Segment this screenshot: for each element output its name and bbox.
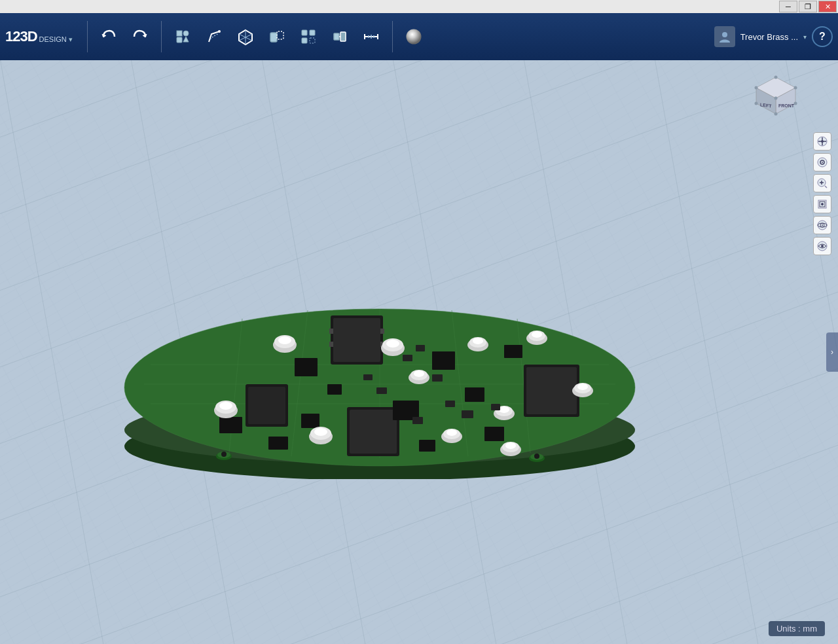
svg-point-140 xyxy=(822,224,823,226)
svg-point-95 xyxy=(505,442,516,449)
svg-point-86 xyxy=(577,384,588,390)
svg-point-107 xyxy=(221,452,227,457)
pcb-model[interactable] xyxy=(105,243,668,479)
pan-button[interactable] xyxy=(813,132,831,151)
svg-rect-62 xyxy=(268,437,288,450)
user-area: Trevor Brass ... ▾ ? xyxy=(714,26,833,47)
divider-2 xyxy=(161,21,162,52)
title-bar: ─ ❐ ✕ xyxy=(0,0,838,13)
svg-rect-15 xyxy=(334,33,339,40)
app-logo[interactable]: 123D DESIGN ▾ xyxy=(5,28,73,45)
minimize-button[interactable]: ─ xyxy=(779,1,797,12)
visible-toggle[interactable] xyxy=(813,237,831,255)
user-name-label: Trevor Brass ... xyxy=(740,32,798,42)
modify-button[interactable] xyxy=(263,20,291,54)
viewport[interactable]: LEFT FRONT xyxy=(0,60,838,644)
svg-point-119 xyxy=(774,97,778,100)
svg-text:FRONT: FRONT xyxy=(778,103,795,108)
nav-controls xyxy=(813,132,831,255)
svg-rect-41 xyxy=(333,318,380,362)
svg-point-126 xyxy=(821,140,824,143)
svg-rect-16 xyxy=(340,32,346,41)
user-avatar xyxy=(714,26,735,47)
undo-button[interactable] xyxy=(94,20,123,54)
svg-point-89 xyxy=(499,406,509,413)
svg-rect-47 xyxy=(350,410,397,454)
svg-text:LEFT: LEFT xyxy=(760,102,772,109)
close-button[interactable]: ✕ xyxy=(818,1,837,12)
construct-button[interactable] xyxy=(231,20,260,54)
svg-rect-97 xyxy=(416,345,425,351)
orbit-button[interactable] xyxy=(813,153,831,171)
svg-rect-13 xyxy=(302,38,307,43)
svg-point-83 xyxy=(532,331,542,338)
svg-rect-104 xyxy=(376,387,387,394)
logo-dropdown-arrow[interactable]: ▾ xyxy=(69,35,73,44)
perspective-button[interactable] xyxy=(813,216,831,234)
view-cube[interactable]: LEFT FRONT xyxy=(750,67,802,119)
svg-point-110 xyxy=(534,454,539,459)
svg-rect-44 xyxy=(380,329,384,334)
toolbar: 123D DESIGN ▾ xyxy=(0,13,838,60)
svg-rect-103 xyxy=(363,374,373,380)
svg-rect-9 xyxy=(270,33,277,42)
svg-rect-42 xyxy=(329,329,333,334)
user-dropdown-arrow[interactable]: ▾ xyxy=(803,33,807,41)
svg-point-129 xyxy=(822,162,823,163)
svg-rect-99 xyxy=(445,401,455,407)
svg-rect-56 xyxy=(301,414,319,428)
pattern-button[interactable] xyxy=(294,20,323,54)
redo-button[interactable] xyxy=(126,20,155,54)
svg-rect-57 xyxy=(484,427,504,441)
material-button[interactable] xyxy=(399,20,428,54)
svg-rect-0 xyxy=(177,31,182,36)
svg-line-133 xyxy=(825,186,827,188)
svg-point-80 xyxy=(473,338,483,344)
svg-rect-55 xyxy=(465,387,484,402)
group-button[interactable] xyxy=(325,20,354,54)
svg-point-122 xyxy=(794,102,797,105)
svg-point-136 xyxy=(821,203,824,206)
right-panel-handle[interactable]: › xyxy=(826,332,838,372)
svg-point-118 xyxy=(794,86,797,90)
svg-rect-49 xyxy=(526,367,577,414)
svg-point-92 xyxy=(446,429,457,436)
svg-rect-102 xyxy=(412,417,423,424)
fit-button[interactable] xyxy=(813,195,831,213)
svg-rect-96 xyxy=(403,355,412,361)
sketch-button[interactable] xyxy=(200,20,228,54)
svg-marker-3 xyxy=(183,37,189,42)
svg-rect-1 xyxy=(183,31,189,36)
svg-point-142 xyxy=(821,245,824,247)
svg-point-121 xyxy=(774,113,778,116)
svg-point-24 xyxy=(406,29,421,44)
logo-subtext: DESIGN xyxy=(39,35,67,43)
svg-rect-61 xyxy=(219,417,242,433)
svg-rect-58 xyxy=(419,440,435,452)
svg-rect-52 xyxy=(295,358,318,376)
svg-point-120 xyxy=(755,102,758,105)
restore-button[interactable]: ❐ xyxy=(799,1,817,12)
svg-rect-14 xyxy=(310,38,315,43)
svg-point-4 xyxy=(218,30,221,33)
svg-rect-60 xyxy=(504,345,522,358)
svg-point-65 xyxy=(278,336,291,344)
svg-rect-101 xyxy=(491,404,500,410)
svg-rect-53 xyxy=(432,351,455,370)
zoom-button[interactable] xyxy=(813,174,831,192)
svg-point-74 xyxy=(386,340,399,348)
svg-point-116 xyxy=(755,86,758,90)
svg-point-71 xyxy=(314,428,327,436)
svg-rect-100 xyxy=(462,410,473,418)
measure-button[interactable] xyxy=(357,20,386,54)
svg-point-117 xyxy=(774,76,778,79)
units-label[interactable]: Units : mm xyxy=(769,621,825,636)
svg-rect-12 xyxy=(310,30,315,35)
svg-rect-59 xyxy=(327,384,342,395)
help-button[interactable]: ? xyxy=(812,26,833,47)
svg-rect-43 xyxy=(329,342,333,347)
svg-rect-51 xyxy=(248,387,285,424)
svg-point-77 xyxy=(414,370,424,377)
svg-rect-98 xyxy=(432,374,443,382)
primitives-button[interactable] xyxy=(168,20,197,54)
